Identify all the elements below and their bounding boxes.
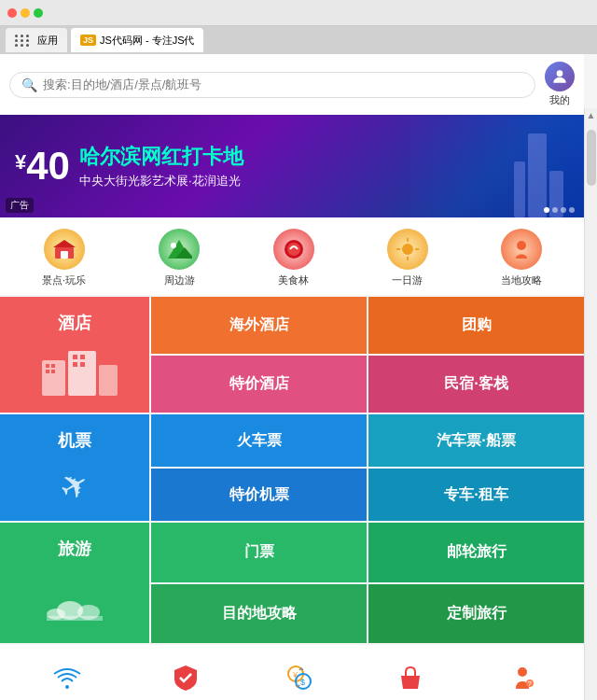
guide-icon [508, 236, 535, 262]
scroll-thumb[interactable] [587, 130, 596, 186]
temple-icon [51, 236, 77, 262]
plane-icon: ✈ [53, 462, 97, 510]
user-avatar-wrap[interactable]: 我的 [545, 62, 575, 107]
travel-label: 旅游 [58, 538, 91, 560]
icon-local-guide[interactable]: ? 当地向导 [502, 658, 543, 700]
icon-insurance[interactable]: 保险·签证 [164, 658, 208, 700]
svg-point-12 [402, 244, 413, 255]
cat-attractions-icon [44, 229, 85, 270]
insurance-icon [166, 658, 205, 697]
icon-currency[interactable]: ¥ $ 外币兑换 [279, 658, 320, 700]
user-label: 我的 [549, 93, 570, 107]
cell-budget-hotel[interactable]: 特价酒店 [151, 356, 367, 413]
tab-jscode-label: JS代码网 - 专注JS代 [100, 34, 194, 48]
hotel-label: 酒店 [58, 312, 91, 334]
cat-nearby-icon [159, 229, 200, 270]
svg-rect-27 [73, 362, 77, 367]
cell-car-rental[interactable]: 专车·租车 [368, 469, 584, 521]
cell-custom-travel[interactable]: 定制旅行 [368, 584, 584, 644]
opera-house-svg [47, 575, 103, 622]
cell-train[interactable]: 火车票 [151, 414, 367, 467]
icon-shopping[interactable]: 购物 [391, 658, 430, 700]
avatar [545, 62, 575, 91]
icon-wifi[interactable]: WiFi电话卡 [41, 658, 92, 700]
cell-overseas-hotel[interactable]: 海外酒店 [151, 297, 367, 354]
cell-tickets[interactable]: 门票 [151, 523, 367, 582]
cat-daytrip-icon [387, 229, 428, 270]
cell-bnb[interactable]: 民宿·客栈 [368, 356, 584, 413]
cat-food-icon [273, 229, 314, 270]
cell-bus-boat[interactable]: 汽车票·船票 [368, 414, 584, 467]
cell-cruise[interactable]: 邮轮旅行 [368, 523, 584, 582]
svg-rect-23 [46, 370, 49, 373]
wifi-icon [48, 658, 87, 697]
svg-point-9 [171, 243, 176, 248]
scroll-up-arrow[interactable]: ▲ [585, 108, 597, 122]
shield-svg [171, 663, 201, 693]
airline-left[interactable]: 机票 ✈ [0, 414, 149, 521]
currency-icon: ¥ $ [280, 658, 319, 697]
airline-section: 机票 ✈ 火车票 汽车票·船票 特价机票 专车·租车 [0, 414, 584, 521]
search-bar: 🔍 我的 [0, 54, 584, 115]
search-icon: 🔍 [21, 77, 37, 92]
svg-rect-26 [80, 355, 85, 359]
browser-bar [0, 0, 597, 26]
cat-nearby[interactable]: 周边游 [159, 229, 200, 287]
svg-rect-1 [528, 133, 547, 217]
sun-icon [395, 236, 421, 262]
hotel-building-svg [37, 342, 121, 398]
svg-point-17 [517, 241, 526, 250]
travel-left[interactable]: 旅游 [0, 523, 149, 643]
cell-destination-guide[interactable]: 目的地攻略 [151, 584, 367, 644]
cell-group-buy[interactable]: 团购 [368, 297, 584, 354]
tab-apps-label: 应用 [37, 34, 58, 48]
svg-rect-6 [61, 251, 68, 259]
close-button-dot[interactable] [7, 8, 17, 18]
tab-bar: 应用 JS JS代码网 - 专注JS代 [0, 26, 597, 54]
maximize-button-dot[interactable] [34, 8, 43, 18]
svg-rect-2 [514, 161, 525, 217]
cat-daytrip[interactable]: 一日游 [387, 229, 428, 287]
banner-subtitle: 中央大街光影艺术展·花润追光 [79, 173, 243, 189]
svg-rect-24 [51, 370, 55, 373]
tab-apps[interactable]: 应用 [6, 28, 67, 52]
banner-dots [544, 207, 575, 213]
svg-rect-25 [73, 355, 77, 359]
local-guide-icon: ? [503, 658, 542, 697]
scrollbar[interactable]: ▲ ▼ [584, 108, 597, 700]
banner-text: 哈尔滨网红打卡地 中央大街光影艺术展·花润追光 [79, 143, 243, 189]
page-wrapper: 🔍 我的 ¥40 哈尔滨网红打卡地 中央大街光影艺术展·花润追光 [0, 54, 597, 700]
cat-food[interactable]: 美食林 [273, 229, 314, 287]
shopping-icon [391, 658, 430, 697]
minimize-button-dot[interactable] [21, 8, 30, 18]
svg-rect-22 [51, 364, 55, 368]
svg-marker-5 [53, 240, 76, 247]
small-icons-row1: WiFi电话卡 保险·签证 ¥ $ [0, 645, 584, 700]
svg-rect-32 [47, 616, 103, 621]
opera-icon [47, 575, 103, 628]
content-area[interactable]: 🔍 我的 ¥40 哈尔滨网红打卡地 中央大街光影艺术展·花润追光 [0, 54, 584, 700]
banner[interactable]: ¥40 哈尔滨网红打卡地 中央大街光影艺术展·花润追光 广告 [0, 115, 584, 217]
food-icon [281, 236, 307, 262]
svg-point-11 [287, 243, 300, 256]
cat-daytrip-label: 一日游 [392, 273, 423, 287]
currency-svg: ¥ $ [285, 663, 314, 693]
cat-nearby-label: 周边游 [164, 273, 195, 287]
hotel-left[interactable]: 酒店 [0, 297, 149, 413]
svg-point-0 [557, 70, 563, 77]
search-input-wrap[interactable]: 🔍 [9, 72, 535, 98]
svg-rect-20 [99, 365, 118, 396]
cat-attractions[interactable]: 景点·玩乐 [42, 229, 86, 287]
categories-row: 景点·玩乐 周边游 [0, 217, 584, 295]
cell-budget-flight[interactable]: 特价机票 [151, 469, 367, 521]
cat-food-label: 美食林 [278, 273, 309, 287]
search-input[interactable] [43, 77, 523, 91]
travel-section: 旅游 门票 邮轮旅行 目的地攻略 定制旅 [0, 523, 584, 643]
tab-jscode[interactable]: JS JS代码网 - 专注JS代 [71, 28, 203, 52]
svg-rect-21 [46, 364, 49, 368]
cat-attractions-label: 景点·玩乐 [42, 273, 86, 287]
banner-title: 哈尔滨网红打卡地 [79, 143, 243, 171]
cat-guide[interactable]: 当地攻略 [501, 229, 542, 287]
guide-svg: ? [507, 663, 537, 693]
js-icon: JS [80, 35, 96, 46]
